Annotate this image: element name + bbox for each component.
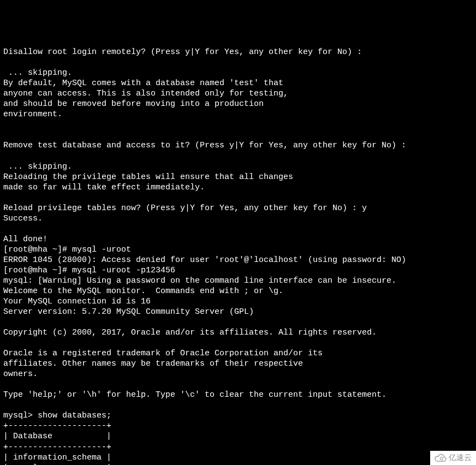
svg-point-0 <box>441 457 443 460</box>
watermark: 亿速云 <box>430 451 476 465</box>
terminal-line <box>3 379 473 390</box>
terminal-line <box>3 130 473 140</box>
terminal-output[interactable]: Disallow root login remotely? (Press y|Y… <box>3 47 473 465</box>
terminal-line: mysql> show databases; <box>3 410 473 421</box>
terminal-line: ERROR 1045 (28000): Access denied for us… <box>3 255 473 265</box>
terminal-line <box>3 338 473 348</box>
terminal-line: | information_schema | <box>3 452 473 463</box>
terminal-line: affiliates. Other names may be trademark… <box>3 359 473 369</box>
terminal-line <box>3 120 473 130</box>
terminal-line <box>3 151 473 162</box>
terminal-line: | mysql | <box>3 463 473 465</box>
terminal-line <box>3 400 473 410</box>
terminal-line: Success. <box>3 213 473 224</box>
cloud-icon <box>435 454 447 462</box>
terminal-line: Copyright (c) 2000, 2017, Oracle and/or … <box>3 327 473 338</box>
terminal-line: All done! <box>3 234 473 245</box>
terminal-line: Your MySQL connection id is 16 <box>3 296 473 307</box>
terminal-line: environment. <box>3 109 473 120</box>
terminal-line: [root@mha ~]# mysql -uroot -p123456 <box>3 265 473 276</box>
terminal-line <box>3 193 473 203</box>
terminal-line <box>3 317 473 327</box>
terminal-line <box>3 57 473 68</box>
terminal-line: +--------------------+ <box>3 421 473 431</box>
terminal-line: +--------------------+ <box>3 442 473 452</box>
terminal-line: ... skipping. <box>3 162 473 172</box>
terminal-line: and should be removed before moving into… <box>3 99 473 109</box>
terminal-line: | Database | <box>3 431 473 442</box>
terminal-line: ... skipping. <box>3 68 473 78</box>
terminal-line: Remove test database and access to it? (… <box>3 140 473 151</box>
terminal-line: Reload privilege tables now? (Press y|Y … <box>3 203 473 213</box>
terminal-line: anyone can access. This is also intended… <box>3 88 473 99</box>
terminal-line: made so far will take effect immediately… <box>3 182 473 193</box>
terminal-line <box>3 224 473 234</box>
terminal-line: [root@mha ~]# mysql -uroot <box>3 245 473 255</box>
terminal-line: Welcome to the MySQL monitor. Commands e… <box>3 286 473 296</box>
terminal-line: mysql: [Warning] Using a password on the… <box>3 276 473 286</box>
terminal-line: By default, MySQL comes with a database … <box>3 78 473 88</box>
watermark-text: 亿速云 <box>449 453 472 463</box>
terminal-line: Disallow root login remotely? (Press y|Y… <box>3 47 473 57</box>
terminal-line: owners. <box>3 369 473 379</box>
terminal-line: Reloading the privilege tables will ensu… <box>3 172 473 182</box>
terminal-line: Type 'help;' or '\h' for help. Type '\c'… <box>3 390 473 400</box>
terminal-line: Oracle is a registered trademark of Orac… <box>3 348 473 359</box>
terminal-line: Server version: 5.7.20 MySQL Community S… <box>3 307 473 317</box>
